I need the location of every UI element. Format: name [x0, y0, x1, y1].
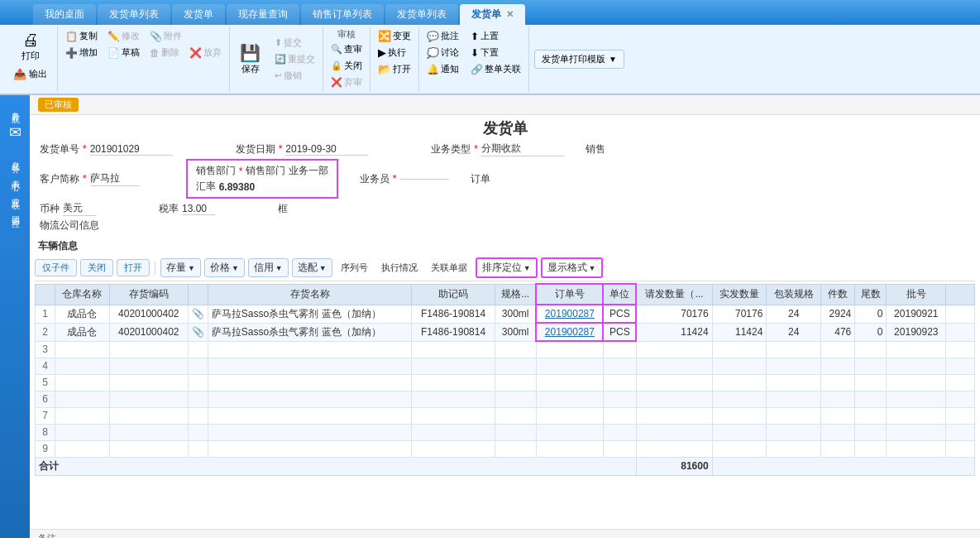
tab-delivery-list[interactable]: 发货单列表 [98, 4, 170, 25]
open-button[interactable]: 📂 打开 [374, 61, 415, 77]
ribbon-print-group: 🖨 打印 📤 输出 [3, 26, 58, 92]
ribbon-approve-group: 💬 批注 💭 讨论 🔔 通知 ⬆ 上置 ⬇ 下置 🔗 整 [419, 26, 529, 92]
comment-icon: 💬 [427, 31, 439, 42]
tab-inventory[interactable]: 现存量查询 [227, 4, 299, 25]
col-warehouse: 仓库名称 [55, 284, 110, 305]
sidebar-item-task[interactable]: 息任务 [7, 148, 22, 166]
up-button[interactable]: ⬆ 上置 [466, 28, 525, 44]
col-actual-qty: 实发数量 [712, 284, 767, 305]
price-dropdown[interactable]: 价格▼ [204, 258, 245, 277]
cancel-button[interactable]: ↩ 撤销 [270, 68, 319, 84]
tab-sale-order-list[interactable]: 销售订单列表 [301, 4, 384, 25]
draft-button[interactable]: 📄 草稿 [103, 45, 144, 60]
print-button[interactable]: 🖨 打印 [15, 28, 46, 65]
footer-row: 合计 81600 [36, 457, 975, 475]
col-num [36, 284, 55, 305]
required-star-2: * [279, 143, 283, 155]
audit-abandon-button[interactable]: ❌ 弃审 [327, 74, 366, 90]
row-order-no-1[interactable]: 201900287 [536, 305, 603, 323]
credit-dropdown[interactable]: 信用▼ [248, 258, 289, 277]
required-star-1: * [83, 143, 87, 155]
discuss-button[interactable]: 💭 讨论 [423, 45, 463, 60]
tab-delivery[interactable]: 发货单 [172, 4, 225, 25]
display-arrow: ▼ [589, 264, 596, 272]
audit-close-icon: 🔒 [331, 60, 342, 71]
sidebar-item-control[interactable]: 团管控 [7, 203, 22, 221]
ribbon-save-group: 💾 保存 ⬆ 提交 🔄 重提交 ↩ 撤销 [230, 26, 323, 92]
match-dropdown[interactable]: 选配▼ [292, 258, 332, 277]
row-spec-2: 300ml [495, 323, 536, 341]
submit-button[interactable]: ⬆ 提交 [270, 35, 319, 50]
close-btn[interactable]: 关闭 [80, 259, 113, 276]
notify-button[interactable]: 🔔 通知 [423, 61, 463, 77]
required-star-5: * [239, 166, 243, 177]
table-row: 4 [36, 358, 975, 374]
table-row: 3 [36, 341, 975, 358]
audit-check-button[interactable]: 🔍 查审 [327, 41, 366, 57]
copy-button[interactable]: 📋 复制 [61, 28, 102, 44]
salesman-label: 业务员 [360, 172, 390, 186]
audit-close-button[interactable]: 🔒 关闭 [327, 58, 366, 74]
close-all-button[interactable]: 🔗 整单关联 [466, 61, 525, 77]
up-icon: ⬆ [471, 31, 479, 42]
template-dropdown-arrow: ▼ [609, 55, 617, 64]
row-remainder-1: 0 [855, 305, 887, 323]
display-format-dropdown[interactable]: 显示格式▼ [541, 257, 603, 278]
col-pieces: 件数 [821, 284, 855, 305]
sort-pos-dropdown[interactable]: 排序定位▼ [476, 257, 538, 278]
draft-icon: 📄 [108, 47, 120, 59]
attachment-button[interactable]: 📎 附件 [146, 28, 186, 44]
salesman-value [399, 179, 449, 180]
close-tab-icon[interactable]: ✕ [506, 9, 514, 20]
save-icon: 💾 [240, 43, 261, 63]
required-star-6: * [393, 173, 397, 185]
exchange-rate-label: 汇率 [196, 180, 216, 194]
col-pack-spec: 包装规格 [767, 284, 821, 305]
template-dropdown[interactable]: 发货单打印模版 ▼ [534, 50, 624, 69]
customer-label: 客户简称 [40, 172, 79, 186]
row-name-1: 萨马拉Sasso杀虫气雾剂 蓝色（加纳） [208, 305, 412, 323]
down-button[interactable]: ⬇ 下置 [466, 45, 525, 60]
col-remainder: 尾数 [855, 284, 887, 305]
change-button[interactable]: 🔀 变更 [374, 28, 415, 44]
row-code-2: 40201000402 [109, 323, 188, 341]
cancel-icon: ↩ [275, 70, 282, 81]
discuss-icon: 💭 [427, 47, 439, 59]
row-extra-1 [946, 305, 975, 323]
exec-status-label: 执行情况 [376, 260, 423, 276]
sidebar-item-ecenter[interactable]: 业互联 [7, 185, 22, 203]
tab-desktop[interactable]: 我的桌面 [33, 4, 96, 25]
modify-button[interactable]: ✏️ 修改 [103, 28, 144, 44]
save-button[interactable]: 💾 保存 [233, 41, 267, 78]
row-warehouse-1: 成品仓 [55, 305, 110, 323]
sidebar-item-center[interactable]: 表中心 [7, 166, 22, 185]
abandon-button[interactable]: ❌ 放弃 [185, 45, 226, 60]
open-btn[interactable]: 打开 [117, 259, 150, 276]
row-unit-1: PCS [603, 305, 636, 323]
resubmit-button[interactable]: 🔄 重提交 [270, 51, 319, 67]
row-pieces-1: 2924 [821, 305, 855, 323]
status-badge: 已审核 [38, 98, 79, 112]
copy-icon: 📋 [65, 31, 78, 42]
down-icon: ⬇ [471, 47, 479, 59]
sidebar-item-mail[interactable]: ✉ [7, 117, 23, 148]
export-button[interactable]: 📤 输出 [8, 66, 52, 82]
resubmit-icon: 🔄 [275, 54, 286, 65]
footer-total: 81600 [636, 457, 712, 475]
row-order-no-2[interactable]: 201900287 [536, 323, 603, 341]
table-row: 2 成品仓 40201000402 📎 萨马拉Sasso杀虫气雾剂 蓝色（加纳）… [36, 323, 975, 341]
child-btn[interactable]: 仅子件 [35, 259, 77, 276]
table-row: 8 [36, 424, 975, 440]
ribbon-change-group: 🔀 变更 ▶ 执行 📂 打开 [370, 26, 419, 92]
dept-value: 销售部门 业务一部 [246, 164, 327, 178]
delete-button[interactable]: 🗑 删除 [146, 45, 184, 60]
tab-delivery-list2[interactable]: 发货单列表 [385, 4, 458, 25]
execute-button[interactable]: ▶ 执行 [374, 45, 415, 60]
tab-delivery-detail[interactable]: 发货单 ✕ [460, 4, 525, 25]
stock-dropdown[interactable]: 存量▼ [160, 258, 201, 277]
comment-button[interactable]: 💬 批注 [423, 28, 463, 44]
col-order-no: 订单号 [536, 284, 603, 305]
add-button[interactable]: ➕ 增加 [61, 45, 102, 60]
sidebar-item-nav[interactable]: 务导航 [7, 98, 22, 117]
table-row: 6 [36, 391, 975, 407]
